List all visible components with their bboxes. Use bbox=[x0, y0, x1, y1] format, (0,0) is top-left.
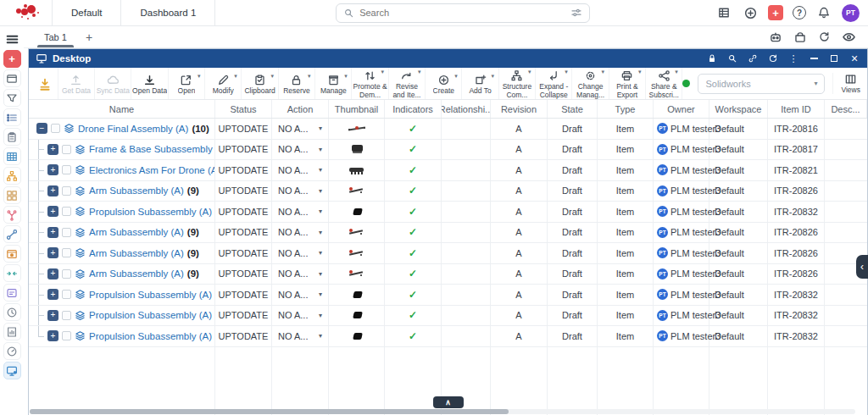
sidebar-table-icon[interactable] bbox=[3, 147, 21, 165]
action-dropdown[interactable]: NO A...▾ bbox=[272, 223, 329, 243]
get-data-quick-button[interactable] bbox=[32, 68, 58, 99]
minimize-icon[interactable] bbox=[808, 53, 820, 64]
nav-tab-default[interactable]: Default bbox=[53, 0, 121, 25]
row-checkbox[interactable] bbox=[62, 248, 71, 257]
action-dropdown[interactable]: NO A...▾ bbox=[272, 264, 329, 285]
toolbar-button-expand-collapse[interactable]: ▾ Expand - Collapse bbox=[536, 68, 572, 99]
expand-toggle-button[interactable]: + bbox=[47, 289, 58, 300]
table-row[interactable]: +Frame & Base Subassembly (A)(20) UPTODA… bbox=[29, 140, 867, 161]
column-header-workspace[interactable]: Workspace bbox=[709, 100, 768, 118]
toolbar-button-reserve[interactable]: ▾ Reserve bbox=[279, 68, 315, 99]
item-name-link[interactable]: Electronics Asm For Drone (A) bbox=[89, 165, 215, 175]
sidebar-report-icon[interactable] bbox=[3, 323, 21, 340]
column-header-indicators[interactable]: Indicators bbox=[385, 100, 442, 118]
table-row[interactable]: −Drone Final Assembly (A)(10) UPTODATE N… bbox=[29, 119, 867, 140]
action-dropdown[interactable]: NO A...▾ bbox=[272, 119, 329, 139]
item-name-link[interactable]: Arm Subassembly (A) bbox=[89, 248, 184, 258]
expand-toggle-button[interactable]: + bbox=[47, 144, 58, 155]
column-header-status[interactable]: Status bbox=[215, 100, 272, 118]
sidebar-merge-icon[interactable] bbox=[3, 264, 21, 282]
item-name-link[interactable]: Arm Subassembly (A) bbox=[89, 185, 184, 196]
grid-apps-icon[interactable] bbox=[715, 4, 732, 21]
global-search[interactable] bbox=[336, 3, 590, 23]
toolbar-button-print-export[interactable]: ▾ Print & Export bbox=[609, 68, 646, 99]
toolbar-button-modify[interactable]: ▾ Modify bbox=[205, 68, 242, 99]
action-dropdown[interactable]: NO A...▾ bbox=[272, 181, 329, 202]
sidebar-window-icon[interactable] bbox=[3, 69, 21, 87]
horizontal-scrollbar[interactable] bbox=[30, 409, 855, 414]
action-dropdown[interactable]: NO A...▾ bbox=[272, 243, 329, 263]
sidebar-hierarchy-icon[interactable] bbox=[3, 167, 21, 185]
row-checkbox[interactable] bbox=[62, 165, 71, 174]
expand-toggle-button[interactable]: + bbox=[47, 247, 58, 258]
scrollbar-thumb[interactable] bbox=[30, 409, 509, 414]
row-checkbox[interactable] bbox=[62, 228, 71, 237]
item-name-link[interactable]: Propulsion Subassembly (A) bbox=[89, 331, 212, 341]
action-dropdown[interactable]: NO A...▾ bbox=[272, 140, 329, 160]
toolbar-button-open-data[interactable]: Open Data bbox=[131, 68, 168, 99]
row-checkbox[interactable] bbox=[62, 290, 71, 299]
sidebar-desktop-icon[interactable] bbox=[3, 362, 21, 379]
table-row[interactable]: +Propulsion Subassembly (A)(1) UPTODATE … bbox=[29, 285, 867, 306]
tab-1[interactable]: Tab 1 bbox=[32, 26, 79, 47]
toolbar-button-promote-demote[interactable]: ▾ Promote & Dem... bbox=[352, 68, 388, 99]
table-row[interactable]: +Arm Subassembly (A)(9) UPTODATE NO A...… bbox=[29, 223, 867, 244]
expand-toggle-button[interactable]: + bbox=[47, 268, 58, 279]
quick-create-button[interactable]: + bbox=[768, 5, 783, 20]
item-name-link[interactable]: Propulsion Subassembly (A) bbox=[89, 207, 212, 217]
row-checkbox[interactable] bbox=[62, 331, 71, 340]
table-row[interactable]: +Electronics Asm For Drone (A)(12) UPTOD… bbox=[29, 160, 867, 181]
toolbar-button-add-to[interactable]: ▾ Add To bbox=[462, 68, 498, 99]
views-button[interactable]: Views bbox=[832, 73, 860, 94]
connector-select[interactable]: Solidworks ▾ bbox=[698, 74, 825, 94]
sidebar-browser-view-icon[interactable] bbox=[3, 245, 21, 263]
column-header-action[interactable]: Action bbox=[272, 100, 329, 118]
table-row[interactable]: +Arm Subassembly (A)(9) UPTODATE NO A...… bbox=[29, 181, 867, 202]
kebab-menu-icon[interactable]: ⋮ bbox=[787, 53, 799, 64]
window-refresh-icon[interactable] bbox=[767, 53, 779, 64]
collapse-right-panel-button[interactable]: ‹ bbox=[856, 255, 868, 279]
table-row[interactable]: +Propulsion Subassembly (A)(1) UPTODATE … bbox=[29, 202, 867, 223]
action-dropdown[interactable]: NO A...▾ bbox=[272, 285, 329, 305]
sidebar-list-icon[interactable] bbox=[3, 108, 21, 126]
toolbar-button-change-management[interactable]: ▾ Change Manag... bbox=[572, 68, 609, 99]
table-row[interactable]: +Arm Subassembly (A)(9) UPTODATE NO A...… bbox=[29, 243, 867, 264]
sidebar-filter-icon[interactable] bbox=[3, 89, 21, 107]
toolbar-button-share-subscribe[interactable]: ▾ Share & Subscri... bbox=[646, 68, 682, 99]
row-checkbox[interactable] bbox=[62, 311, 71, 320]
column-header-type[interactable]: Type bbox=[598, 100, 654, 118]
item-name-link[interactable]: Drone Final Assembly (A) bbox=[78, 124, 188, 134]
toolbar-button-get-data[interactable]: Get Data bbox=[58, 68, 95, 99]
expand-toggle-button[interactable]: + bbox=[47, 206, 58, 217]
item-name-link[interactable]: Propulsion Subassembly (A) bbox=[89, 310, 212, 320]
nav-tab-dashboard[interactable]: Dashboard 1 bbox=[121, 0, 215, 25]
expand-toggle-button[interactable]: + bbox=[47, 310, 58, 321]
search-input[interactable] bbox=[359, 8, 565, 18]
sidebar-notes-icon[interactable] bbox=[3, 284, 21, 302]
sidebar-grid-boxes-icon[interactable] bbox=[3, 186, 21, 204]
add-circle-icon[interactable] bbox=[742, 4, 759, 21]
expand-toggle-button[interactable]: + bbox=[47, 185, 58, 196]
table-row[interactable]: +Propulsion Subassembly (A)(1) UPTODATE … bbox=[29, 326, 867, 347]
table-row[interactable]: +Arm Subassembly (A)(9) UPTODATE NO A...… bbox=[29, 264, 867, 285]
user-avatar[interactable]: PT bbox=[842, 4, 860, 22]
link-icon[interactable] bbox=[747, 53, 759, 64]
collapse-toggle-button[interactable]: − bbox=[36, 123, 47, 134]
notifications-bell-icon[interactable] bbox=[815, 4, 832, 21]
search-filter-icon[interactable] bbox=[570, 7, 582, 19]
item-name-link[interactable]: Frame & Base Subassembly (A) bbox=[89, 144, 215, 154]
show-bottom-panel-button[interactable]: ∧ bbox=[433, 396, 464, 408]
window-titlebar[interactable]: Desktop ⋮ × bbox=[29, 49, 867, 68]
row-checkbox[interactable] bbox=[62, 145, 71, 154]
column-header-state[interactable]: State bbox=[548, 100, 598, 118]
app-logo[interactable] bbox=[0, 0, 53, 25]
toolbar-button-clipboard[interactable]: ▾ Clipboard bbox=[242, 68, 278, 99]
item-name-link[interactable]: Arm Subassembly (A) bbox=[89, 268, 184, 279]
toolbar-button-create[interactable]: ▾ Create bbox=[426, 68, 462, 99]
expand-toggle-button[interactable]: + bbox=[47, 330, 58, 341]
item-name-link[interactable]: Propulsion Subassembly (A) bbox=[89, 290, 212, 300]
toolbar-button-sync-data[interactable]: Sync Data bbox=[95, 68, 131, 99]
action-dropdown[interactable]: NO A...▾ bbox=[272, 326, 329, 346]
action-dropdown[interactable]: NO A...▾ bbox=[272, 160, 329, 180]
sidebar-history-icon[interactable] bbox=[3, 303, 21, 321]
